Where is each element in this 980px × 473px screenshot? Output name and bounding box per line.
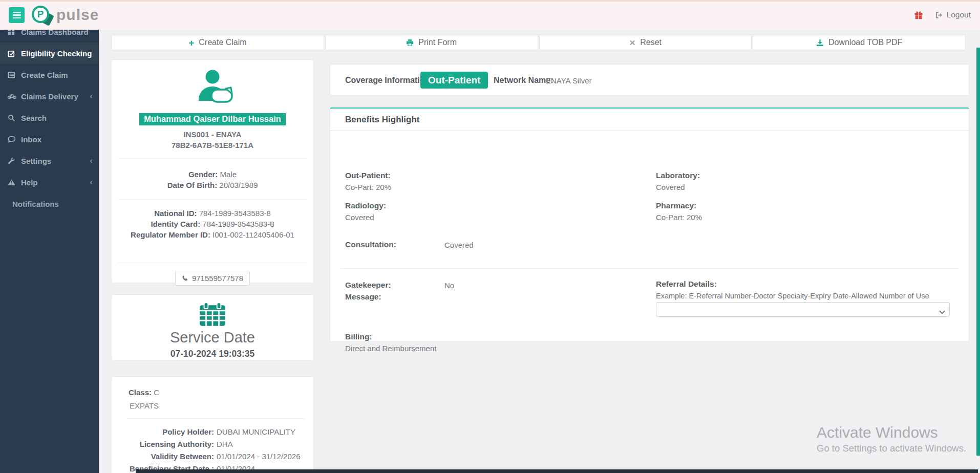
laboratory-label: Laboratory: bbox=[656, 171, 700, 180]
category-label: EXPATS bbox=[112, 401, 313, 410]
patient-card: Muhammad Qaiser Dilbar Hussain INS001 - … bbox=[111, 59, 314, 283]
header-top-strip bbox=[0, 0, 980, 2]
divider bbox=[127, 418, 305, 419]
consultation-value: Covered bbox=[444, 241, 474, 249]
create-claim-button[interactable]: + Create Claim bbox=[111, 35, 324, 50]
warning-icon bbox=[8, 179, 21, 186]
laboratory-value: Covered bbox=[656, 183, 685, 191]
outpatient-label: Out-Patient: bbox=[345, 171, 391, 180]
divider bbox=[118, 158, 307, 159]
wrench-icon bbox=[8, 157, 21, 165]
benefits-highlight-panel: Benefits Highlight Out-Patient: Co-Part:… bbox=[330, 107, 969, 342]
service-date-card: Service Date 07-10-2024 19:03:35 bbox=[111, 294, 314, 361]
member-uid: 78B2-6A7B-51E8-171A bbox=[112, 141, 313, 149]
patient-name: Muhammad Qaiser Dilbar Hussain bbox=[139, 113, 286, 125]
sidebar-item-claims-delivery[interactable]: Claims Delivery ‹ bbox=[0, 85, 99, 107]
radiology-label: Radiology: bbox=[345, 201, 386, 210]
network-name-label: Network Name: bbox=[494, 76, 553, 85]
radiology-value: Covered bbox=[345, 213, 374, 222]
logout-button[interactable]: Logout bbox=[935, 10, 971, 19]
benefits-highlight-title: Benefits Highlight bbox=[330, 109, 969, 131]
insurer-id: INS001 - ENAYA bbox=[112, 130, 313, 139]
gatekeeper-value: No bbox=[444, 281, 454, 290]
top-header: P pulse Logout bbox=[0, 0, 980, 30]
pharmacy-value: Co-Part: 20% bbox=[656, 213, 702, 222]
coverage-info-card: Coverage Information: Out-Patient Networ… bbox=[330, 64, 969, 96]
chevron-left-icon: ‹ bbox=[90, 156, 93, 166]
sidebar-item-search[interactable]: Search bbox=[0, 107, 99, 128]
download-tob-pdf-button[interactable]: Download TOB PDF bbox=[753, 35, 966, 50]
reset-button[interactable]: ✕ Reset bbox=[539, 35, 752, 50]
service-date-title: Service Date bbox=[112, 329, 313, 346]
outpatient-value: Co-Part: 20% bbox=[345, 183, 391, 191]
eligibility-checking-page: { "header": { "logo_text": "pulse", "log… bbox=[0, 0, 980, 473]
identity-card-row: Identity Card: 784-1989-3543583-8 bbox=[112, 220, 313, 228]
national-id-row: National ID: 784-1989-3543583-8 bbox=[112, 209, 313, 218]
network-name-value: ENAYA Silver bbox=[546, 76, 591, 85]
coverage-type-badge: Out-Patient bbox=[420, 72, 488, 89]
message-label: Message: bbox=[345, 292, 381, 302]
plus-icon: + bbox=[188, 38, 194, 48]
sidebar-item-create-claim[interactable]: Create Claim bbox=[0, 64, 99, 85]
patient-avatar-icon bbox=[112, 67, 313, 108]
policy-holder-row: Policy Holder:DUBAI MUNICIPALITY bbox=[112, 427, 313, 436]
pharmacy-label: Pharmacy: bbox=[656, 201, 696, 210]
consultation-label: Consultation: bbox=[345, 240, 396, 249]
chat-icon bbox=[8, 136, 21, 143]
divider bbox=[340, 268, 958, 269]
sidebar: Claims Dashboard Eligibility Checking Cr… bbox=[0, 30, 99, 473]
action-toolbar: + Create Claim Print Form ✕ Reset Downlo… bbox=[111, 35, 966, 50]
gender-row: Gender: Male bbox=[112, 170, 313, 179]
app-logo-text: pulse bbox=[56, 6, 99, 24]
vertical-scrollbar[interactable] bbox=[976, 48, 980, 456]
coverage-info-label: Coverage Information: bbox=[345, 76, 433, 85]
billing-value: Direct and Reimbursement bbox=[345, 344, 436, 353]
printer-icon bbox=[406, 39, 414, 47]
sidebar-item-claims-dashboard[interactable]: Claims Dashboard bbox=[0, 30, 99, 42]
divider bbox=[118, 263, 307, 263]
sidebar-item-settings[interactable]: Settings ‹ bbox=[0, 150, 99, 171]
service-date-value: 07-10-2024 19:03:35 bbox=[112, 349, 313, 359]
class-row: Class: C bbox=[112, 388, 313, 397]
pulse-logo-icon: P bbox=[32, 5, 52, 25]
dob-row: Date Of Birth: 20/03/1989 bbox=[112, 181, 313, 189]
main-content: + Create Claim Print Form ✕ Reset Downlo… bbox=[99, 30, 980, 473]
referral-select[interactable] bbox=[656, 302, 950, 317]
x-icon: ✕ bbox=[629, 39, 636, 47]
licensing-authority-row: Licensing Authority:DHA bbox=[112, 440, 313, 448]
gift-icon[interactable] bbox=[914, 10, 923, 19]
billing-label: Billing: bbox=[345, 332, 372, 341]
bottom-edge-bar bbox=[136, 469, 978, 473]
grid-icon bbox=[8, 30, 21, 35]
sidebar-item-eligibility-checking[interactable]: Eligibility Checking bbox=[0, 42, 99, 64]
search-icon bbox=[8, 114, 21, 122]
referral-hint: Example: E-Referral Number-Doctor Specia… bbox=[656, 292, 929, 300]
calendar-icon bbox=[112, 302, 313, 327]
validity-between-row: Validity Between:01/01/2024 - 31/12/2026 bbox=[112, 452, 313, 461]
logout-icon bbox=[935, 11, 943, 19]
gatekeeper-label: Gatekeeper: bbox=[345, 281, 391, 290]
activate-windows-watermark: Activate Windows Go to Settings to activ… bbox=[817, 424, 966, 454]
chevron-left-icon: ‹ bbox=[90, 177, 93, 187]
sidebar-item-notifications[interactable]: Notifications bbox=[0, 193, 99, 214]
check-square-icon bbox=[8, 50, 21, 57]
regulator-id-row: Regulator Member ID: I001-002-112405406-… bbox=[112, 230, 313, 239]
sidebar-item-help[interactable]: Help ‹ bbox=[0, 171, 99, 193]
form-icon bbox=[8, 71, 21, 79]
phone-button[interactable]: 971559577578 bbox=[175, 271, 250, 286]
policy-card: Class: C EXPATS Policy Holder:DUBAI MUNI… bbox=[111, 376, 314, 473]
app-logo: P pulse bbox=[32, 5, 99, 25]
phone-icon bbox=[182, 275, 188, 282]
menu-toggle-button[interactable] bbox=[9, 7, 25, 23]
sidebar-item-inbox[interactable]: Inbox bbox=[0, 128, 99, 150]
bicycle-icon bbox=[8, 93, 21, 99]
referral-details-label: Referral Details: bbox=[656, 280, 717, 289]
download-icon bbox=[816, 39, 824, 47]
divider bbox=[118, 199, 307, 200]
print-form-button[interactable]: Print Form bbox=[325, 35, 538, 50]
chevron-left-icon: ‹ bbox=[90, 91, 93, 101]
